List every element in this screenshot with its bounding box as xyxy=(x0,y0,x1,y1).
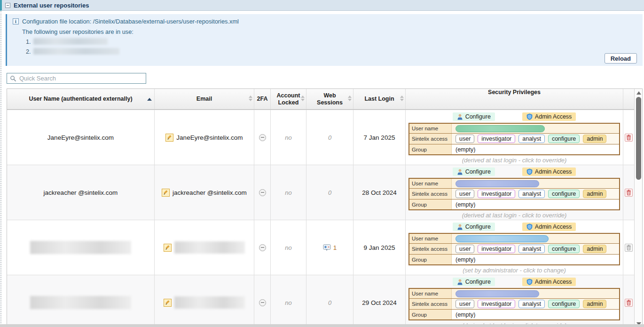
access-tag-analyst[interactable]: analyst xyxy=(518,135,545,143)
table-row: jackreacher @sintelix.com jackreacher @s… xyxy=(7,165,634,220)
configure-button[interactable]: Configure xyxy=(453,112,495,121)
redacted-email xyxy=(174,241,245,254)
access-tag-investigator[interactable]: investigator xyxy=(478,245,515,253)
search-icon xyxy=(10,75,16,82)
col-header-security-privileges: Security Privileges xyxy=(406,89,623,109)
reload-button[interactable]: Reload xyxy=(605,53,637,64)
access-tag-investigator[interactable]: investigator xyxy=(478,190,515,198)
twofa-disabled-icon[interactable] xyxy=(259,189,266,196)
access-tag-analyst[interactable]: analyst xyxy=(518,245,545,253)
search-input[interactable] xyxy=(19,75,146,82)
collapse-icon[interactable] xyxy=(5,3,10,8)
trash-icon[interactable] xyxy=(625,134,633,142)
admin-access-button[interactable]: Admin Access xyxy=(522,112,576,121)
twofa-cell xyxy=(254,165,271,220)
configure-button[interactable]: Configure xyxy=(453,167,495,176)
configure-button[interactable]: Configure xyxy=(453,223,495,231)
web-sessions-cell: 1 xyxy=(306,220,353,275)
access-tag-admin[interactable]: admin xyxy=(583,245,606,253)
access-tag-user[interactable]: user xyxy=(456,190,474,198)
session-icon xyxy=(323,244,331,251)
email-text: jackreacher @sintelix.com xyxy=(173,189,247,196)
edit-email-icon[interactable] xyxy=(164,244,172,252)
horizontal-scrollbar[interactable] xyxy=(0,324,644,327)
admin-access-button[interactable]: Admin Access xyxy=(522,167,576,176)
person-icon xyxy=(457,279,463,285)
pencil-icon xyxy=(165,300,170,305)
sort-icon xyxy=(301,96,305,101)
account-locked-cell: no xyxy=(271,220,306,275)
privileges-caption[interactable]: (derived at last login - click to overri… xyxy=(408,157,620,164)
col-header-last-login[interactable]: Last Login xyxy=(353,89,406,109)
twofa-disabled-icon[interactable] xyxy=(259,134,266,141)
privileges-box[interactable]: User name Sintelix access user investiga… xyxy=(408,178,620,210)
edit-email-icon[interactable] xyxy=(164,299,172,307)
email-text: JaneEyre@sintelix.com xyxy=(176,134,243,141)
access-tag-user[interactable]: user xyxy=(456,135,474,143)
privileges-caption[interactable]: (set by administrator - click to change) xyxy=(408,267,620,274)
shield-icon xyxy=(526,168,533,175)
redacted-repository-name xyxy=(33,48,119,55)
access-tag-admin[interactable]: admin xyxy=(583,135,606,143)
account-locked-cell: no xyxy=(271,110,306,165)
col-header-web-sessions[interactable]: Web Sessions xyxy=(306,89,353,109)
configure-button[interactable]: Configure xyxy=(453,278,495,286)
access-tag-configure[interactable]: configure xyxy=(548,135,580,143)
admin-access-button[interactable]: Admin Access xyxy=(522,223,576,231)
col-header-user-name[interactable]: User Name (authenticated externally) xyxy=(7,89,155,109)
repository-list-item: 2. xyxy=(26,48,638,55)
redacted-repository-name xyxy=(33,38,108,45)
col-header-2fa[interactable]: 2FA xyxy=(254,89,271,109)
quick-search-box xyxy=(7,73,146,84)
access-tag-configure[interactable]: configure xyxy=(548,190,580,198)
list-number: 2. xyxy=(26,48,31,55)
security-privileges-cell: Configure Admin Access User name xyxy=(406,275,623,327)
user-name-cell: jackreacher @sintelix.com xyxy=(7,165,155,220)
trash-icon[interactable] xyxy=(625,299,633,307)
user-repositories-table: User Name (authenticated externally) Ema… xyxy=(7,88,643,327)
access-tag-admin[interactable]: admin xyxy=(583,300,606,308)
access-tag-configure[interactable]: configure xyxy=(548,245,580,253)
twofa-disabled-icon[interactable] xyxy=(259,299,266,306)
priv-group-row: Group (empty) xyxy=(409,199,619,209)
pencil-icon xyxy=(163,190,168,195)
twofa-cell xyxy=(254,220,271,275)
table-row: JaneEyre@sintelix.com JaneEyre@sintelix.… xyxy=(7,110,634,165)
access-tag-investigator[interactable]: investigator xyxy=(478,135,515,143)
scroll-up-arrow-icon[interactable] xyxy=(635,89,643,96)
scrollbar-thumb[interactable] xyxy=(636,97,641,180)
access-tag-admin[interactable]: admin xyxy=(583,190,606,198)
access-tag-configure[interactable]: configure xyxy=(548,300,580,308)
vertical-scrollbar[interactable] xyxy=(634,89,642,327)
privileges-box[interactable]: User name Sintelix access user investiga… xyxy=(408,123,620,155)
twofa-disabled-icon[interactable] xyxy=(259,244,266,251)
sort-ascending-icon xyxy=(147,98,152,101)
repositories-in-use-text: The following user repositories are in u… xyxy=(22,28,638,35)
table-header-row: User Name (authenticated externally) Ema… xyxy=(7,89,634,110)
user-name-text: JaneEyre@sintelix.com xyxy=(47,134,114,141)
person-icon xyxy=(457,169,463,175)
user-name-text: jackreacher @sintelix.com xyxy=(44,189,118,196)
email-cell xyxy=(155,275,254,327)
info-panel: i Configuration file location: /Sintelix… xyxy=(6,14,643,66)
access-tag-user[interactable]: user xyxy=(456,300,474,308)
col-header-email[interactable]: Email xyxy=(155,89,254,109)
edit-email-icon[interactable] xyxy=(162,189,170,197)
table-row: no 0 29 Oct 2024 xyxy=(7,275,634,327)
privileges-box[interactable]: User name Sintelix access user investiga… xyxy=(408,233,620,265)
access-tag-analyst[interactable]: analyst xyxy=(518,300,545,308)
trash-icon[interactable] xyxy=(625,189,633,197)
shield-icon xyxy=(526,279,533,285)
email-cell xyxy=(155,220,254,275)
admin-access-button[interactable]: Admin Access xyxy=(522,278,576,286)
access-tag-investigator[interactable]: investigator xyxy=(478,300,515,308)
privileges-caption[interactable]: (derived at last login - click to overri… xyxy=(408,212,620,219)
security-privileges-cell: Configure Admin Access User name xyxy=(406,110,623,165)
redacted-username-pill xyxy=(456,180,539,187)
access-tag-analyst[interactable]: analyst xyxy=(518,190,545,198)
edit-email-icon[interactable] xyxy=(165,134,173,142)
access-tag-user[interactable]: user xyxy=(456,245,474,253)
actions-cell xyxy=(623,220,634,275)
privileges-box[interactable]: User name Sintelix access user investiga… xyxy=(408,288,620,320)
col-header-account-locked[interactable]: Account Locked xyxy=(271,89,306,109)
